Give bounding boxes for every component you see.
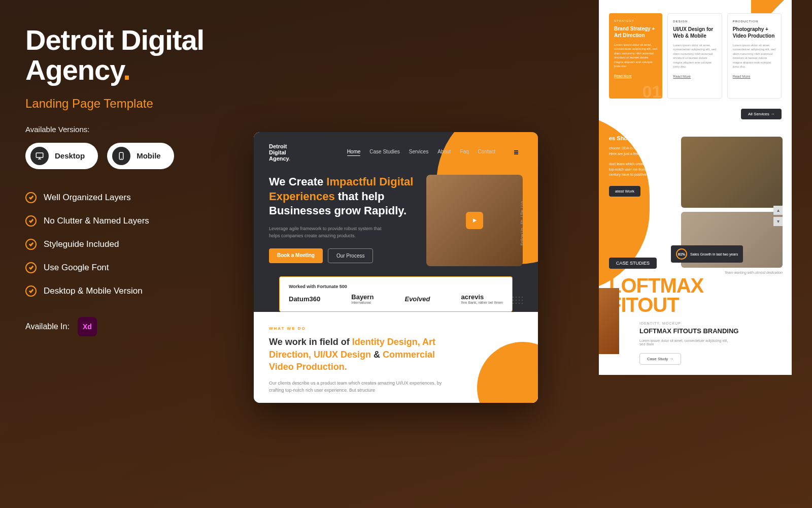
loftmax-title: LOFTMAXFITOUT [609, 276, 782, 314]
play-icon[interactable] [466, 212, 483, 229]
check-icon [25, 192, 37, 203]
version-pills: Desktop Mobile [25, 143, 249, 169]
partner-acrevis: acrevisIhre Bank, näher bei Ihnen [461, 293, 503, 304]
wwd-label: WHAT WE DO [269, 326, 523, 331]
all-services-button[interactable]: All Services → [741, 109, 782, 119]
desktop-version-pill[interactable]: Desktop [25, 143, 98, 169]
case-study-image [599, 288, 619, 354]
corner-blob-decoration [477, 342, 538, 403]
service-cards: STRATEGY Brand Strategy + Art Direction … [599, 0, 792, 105]
partner-bayern: BayernInternational [351, 293, 374, 304]
available-in: Available In: Xd [25, 317, 249, 336]
feature-list: Well Organized Layers No Clutter & Named… [25, 192, 249, 297]
case-image-bottom: 61% Sales Growth in last two years [681, 212, 783, 268]
hero-subtext: Leverage agile framework to provide robu… [269, 226, 386, 239]
growth-text: Sales Growth in last two years [690, 252, 738, 256]
arrow-down-icon[interactable]: ▾ [773, 217, 783, 226]
our-process-button[interactable]: Our Process [328, 248, 374, 263]
partner-logos-band: Worked with Fortunate 500 Datum360 Bayer… [279, 276, 513, 312]
what-we-do-section: WHAT WE DO We work in field of Identity … [254, 312, 538, 403]
book-meeting-button[interactable]: Book a Meeting [269, 248, 323, 263]
latest-work-button[interactable]: atest Work [609, 186, 640, 197]
case-image-top [681, 137, 783, 208]
growth-percent: 61% [676, 248, 687, 260]
partner-evolved: Evolved [404, 295, 430, 303]
feature-item: Styleguide Included [25, 239, 249, 250]
hero-headline: We Create Impactful Digital Experiences … [269, 175, 416, 218]
check-icon [25, 262, 37, 273]
read-more-link[interactable]: Read More [733, 75, 776, 78]
case-study-heading: LOFTMAX FITOUTS BRANDING [639, 327, 782, 335]
case-showing-section: es Showing reate choose DDA to help them… [599, 130, 792, 202]
partner-datum: Datum360 [289, 295, 320, 303]
site-logo[interactable]: DetroitDigitalAgency. [269, 143, 290, 162]
feature-item: Well Organized Layers [25, 192, 249, 203]
mobile-label: Mobile [137, 151, 161, 160]
check-icon [25, 215, 37, 227]
case-paragraph: choose DDA to help them products. Here a… [609, 146, 670, 156]
case-studies-badge: CASE STUDIES [609, 258, 657, 269]
nav-about[interactable]: About [437, 149, 451, 156]
nav-faq[interactable]: Faq [460, 149, 468, 156]
nav-contact[interactable]: Contact [478, 149, 495, 156]
available-versions-label: Available Versions: [25, 125, 249, 134]
mobile-version-pill[interactable]: Mobile [107, 143, 174, 169]
hero-image: Follow Us · Fb. / Tw. / Ln. [426, 175, 523, 266]
nav-services[interactable]: Services [409, 149, 428, 156]
feature-item: No Clutter & Named Layers [25, 215, 249, 227]
wwd-headline: We work in field of Identity Design, Art… [269, 336, 462, 373]
service-card-production[interactable]: PRODUCTION Photography + Video Productio… [727, 13, 782, 99]
check-icon [25, 239, 37, 250]
promo-left-panel: Detroit Digital Agency. Landing Page Tem… [25, 25, 249, 336]
desktop-icon [30, 147, 49, 165]
carousel-arrows: ▴ ▾ [773, 206, 783, 226]
center-landing-preview: DetroitDigitalAgency. Home Case Studies … [254, 132, 538, 403]
case-caption: Team working with utmost dedication [681, 271, 783, 274]
svg-point-2 [121, 157, 122, 158]
case-paragraph: duct team which creates by crafting top-… [609, 162, 670, 178]
promo-title: Detroit Digital Agency. [25, 25, 249, 85]
logos-label: Worked with Fortunate 500 [289, 284, 503, 289]
service-card-design[interactable]: DESIGN UI/UX Design for Web & Mobile Lor… [667, 13, 722, 99]
feature-item: Use Google Font [25, 262, 249, 273]
read-more-link[interactable]: Read More [673, 75, 716, 78]
case-study-desc: Lorem ipsum dolor sit amet, consectetuer… [639, 339, 731, 346]
nav-case-studies[interactable]: Case Studies [369, 149, 399, 156]
xd-icon: Xd [78, 317, 97, 336]
case-images: 61% Sales Growth in last two years Team … [681, 137, 783, 274]
menu-icon[interactable] [510, 146, 523, 159]
nav-links: Home Case Studies Services About Faq Con… [347, 149, 495, 156]
check-icon [25, 285, 37, 297]
arrow-up-icon[interactable]: ▴ [773, 206, 783, 215]
right-landing-preview: STRATEGY Brand Strategy + Art Direction … [599, 0, 792, 375]
case-study-button[interactable]: Case Study → [639, 353, 681, 365]
service-card-strategy[interactable]: STRATEGY Brand Strategy + Art Direction … [609, 13, 662, 99]
desktop-label: Desktop [55, 151, 85, 160]
case-study-subtitle: IDENTITY, MOCKUP [639, 322, 782, 325]
feature-item: Desktop & Mobile Version [25, 285, 249, 297]
nav-home[interactable]: Home [347, 149, 361, 156]
hero-section: DetroitDigitalAgency. Home Case Studies … [254, 132, 538, 312]
mobile-icon [112, 147, 130, 165]
promo-subtitle: Landing Page Template [25, 97, 249, 111]
growth-badge: 61% Sales Growth in last two years [671, 245, 743, 263]
wwd-paragraph: Our clients describe us a product team w… [269, 380, 447, 394]
read-more-link[interactable]: Read More [614, 74, 657, 78]
svg-rect-0 [36, 153, 43, 157]
follow-us-text: Follow Us · Fb. / Tw. / Ln. [520, 200, 523, 246]
top-nav: DetroitDigitalAgency. Home Case Studies … [269, 143, 523, 162]
